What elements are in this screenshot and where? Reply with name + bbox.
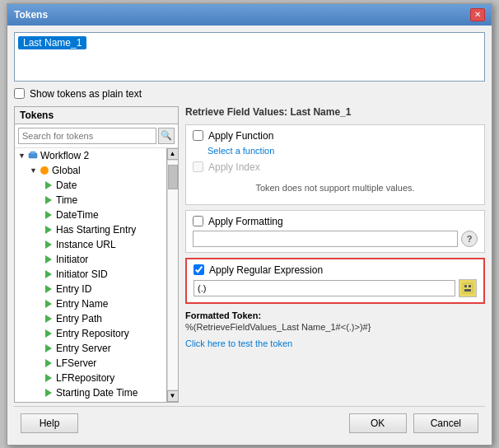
item-label: Initiator SID xyxy=(56,268,108,280)
list-item[interactable]: LFRepository xyxy=(15,371,166,385)
apply-formatting-section: Apply Formatting ? xyxy=(185,210,485,253)
tree-item-workflow[interactable]: ▼ Workflow 2 xyxy=(15,148,166,163)
tree-item-global[interactable]: ▼ Global xyxy=(15,163,166,178)
arrow-icon xyxy=(43,328,54,339)
expand-icon: ▼ xyxy=(18,152,26,160)
item-label: Entry Server xyxy=(56,343,111,354)
apply-regex-section: Apply Regular Expression xyxy=(185,258,485,304)
item-label: Initiator xyxy=(56,254,88,265)
item-label: Entry Path xyxy=(56,313,102,324)
apply-regex-label: Apply Regular Expression xyxy=(209,264,323,276)
info-text: Token does not support multiple values. xyxy=(193,176,478,199)
apply-function-section: Apply Function Select a function Apply I… xyxy=(185,124,485,205)
window-title: Tokens xyxy=(14,9,48,21)
right-panel: Retrieve Field Values: Last Name_1 Apply… xyxy=(185,106,485,403)
apply-index-label: Apply Index xyxy=(208,161,260,173)
btn-group: OK Cancel xyxy=(349,413,478,433)
arrow-icon xyxy=(43,224,54,236)
list-item[interactable]: Initiator xyxy=(15,252,166,267)
tree-area: ▼ Workflow 2 ▼ Global xyxy=(15,148,178,402)
tree-scrollbar[interactable]: ▲ ▼ xyxy=(166,148,178,402)
scroll-thumb[interactable] xyxy=(168,165,178,189)
scroll-up-btn[interactable]: ▲ xyxy=(167,148,179,160)
svg-rect-5 xyxy=(464,289,471,292)
regex-row: Apply Regular Expression xyxy=(194,264,477,276)
item-label: DateTime xyxy=(56,209,99,221)
arrow-icon xyxy=(43,387,54,399)
help-icon-button[interactable]: ? xyxy=(461,231,478,247)
formatted-token-label: Formatted Token: xyxy=(185,310,485,320)
bottom-buttons: Help OK Cancel xyxy=(14,406,485,438)
arrow-icon xyxy=(43,283,54,295)
svg-rect-1 xyxy=(30,152,35,154)
formatting-input[interactable] xyxy=(193,231,458,247)
title-bar: Tokens ✕ xyxy=(7,4,492,26)
apply-formatting-label: Apply Formatting xyxy=(208,216,283,227)
apply-index-row: Apply Index xyxy=(193,161,478,173)
select-function-link[interactable]: Select a function xyxy=(208,146,274,156)
arrow-icon xyxy=(43,298,54,310)
list-item[interactable]: Instance URL xyxy=(15,237,166,252)
test-token-link[interactable]: Click here to test the token xyxy=(185,338,485,348)
list-item[interactable]: Entry Repository xyxy=(15,326,166,341)
list-item[interactable]: WorkflowName xyxy=(15,400,166,402)
list-item[interactable]: Entry Path xyxy=(15,311,166,326)
item-label: Has Starting Entry xyxy=(56,224,136,236)
formatted-token-value: %(RetrieveFieldValues_Last Name_1#<(.)>)… xyxy=(185,322,485,332)
show-plain-label: Show tokens as plain text xyxy=(30,88,142,100)
arrow-icon xyxy=(43,194,54,206)
token-input-area[interactable]: Last Name_1 xyxy=(14,32,485,82)
left-panel: Tokens 🔍 ▼ Workflow 2 xyxy=(14,106,179,403)
retrieve-header: Retrieve Field Values: Last Name_1 xyxy=(185,106,485,119)
search-button[interactable]: 🔍 xyxy=(158,128,175,144)
tokens-dialog: Tokens ✕ Last Name_1 Show tokens as plai… xyxy=(7,3,492,446)
list-item[interactable]: LFServer xyxy=(15,356,166,371)
item-label: Entry Name xyxy=(56,298,108,310)
window-content: Last Name_1 Show tokens as plain text To… xyxy=(7,26,492,445)
search-input[interactable] xyxy=(18,128,156,144)
regex-input[interactable] xyxy=(194,280,455,296)
list-item[interactable]: Entry ID xyxy=(15,282,166,296)
apply-formatting-checkbox[interactable] xyxy=(193,216,203,226)
arrow-icon xyxy=(43,313,54,324)
apply-regex-checkbox[interactable] xyxy=(194,264,204,275)
apply-function-label: Apply Function xyxy=(208,130,273,142)
workflow-icon xyxy=(27,150,39,161)
arrow-icon xyxy=(43,268,54,280)
close-button[interactable]: ✕ xyxy=(470,8,485,21)
tokens-header: Tokens xyxy=(15,107,178,124)
svg-rect-2 xyxy=(463,283,473,293)
token-chip: Last Name_1 xyxy=(18,36,86,49)
list-item[interactable]: Starting Date Time xyxy=(15,385,166,400)
help-button[interactable]: Help xyxy=(21,413,78,433)
cancel-button[interactable]: Cancel xyxy=(413,413,478,433)
list-item[interactable]: Entry Server xyxy=(15,341,166,356)
item-label: Entry Repository xyxy=(56,328,129,339)
ok-button[interactable]: OK xyxy=(349,413,407,433)
list-item[interactable]: Initiator SID xyxy=(15,267,166,282)
apply-index-checkbox[interactable] xyxy=(193,161,203,172)
list-item[interactable]: DateTime xyxy=(15,208,166,222)
list-item[interactable]: Entry Name xyxy=(15,296,166,311)
formatted-token-section: Formatted Token: %(RetrieveFieldValues_L… xyxy=(185,309,485,334)
svg-rect-4 xyxy=(469,285,471,287)
apply-function-checkbox[interactable] xyxy=(193,130,203,141)
scroll-down-btn[interactable]: ▼ xyxy=(167,390,179,402)
scroll-track[interactable] xyxy=(167,160,179,390)
list-item[interactable]: Date xyxy=(15,178,166,193)
main-panels: Tokens 🔍 ▼ Workflow 2 xyxy=(14,106,485,403)
show-plain-checkbox[interactable] xyxy=(14,88,25,99)
global-icon xyxy=(39,165,50,176)
tree-wrapper: ▼ Workflow 2 ▼ Global xyxy=(15,148,178,402)
arrow-icon xyxy=(43,239,54,250)
arrow-icon xyxy=(43,357,54,369)
workflow-label: Workflow 2 xyxy=(40,150,89,161)
show-plain-row: Show tokens as plain text xyxy=(14,88,485,100)
list-item[interactable]: Has Starting Entry xyxy=(15,222,166,237)
item-label: Date xyxy=(56,180,77,191)
arrow-icon xyxy=(43,254,54,265)
item-label: Instance URL xyxy=(56,239,116,250)
regex-action-button[interactable] xyxy=(459,279,477,297)
svg-rect-3 xyxy=(464,285,467,287)
list-item[interactable]: Time xyxy=(15,193,166,208)
